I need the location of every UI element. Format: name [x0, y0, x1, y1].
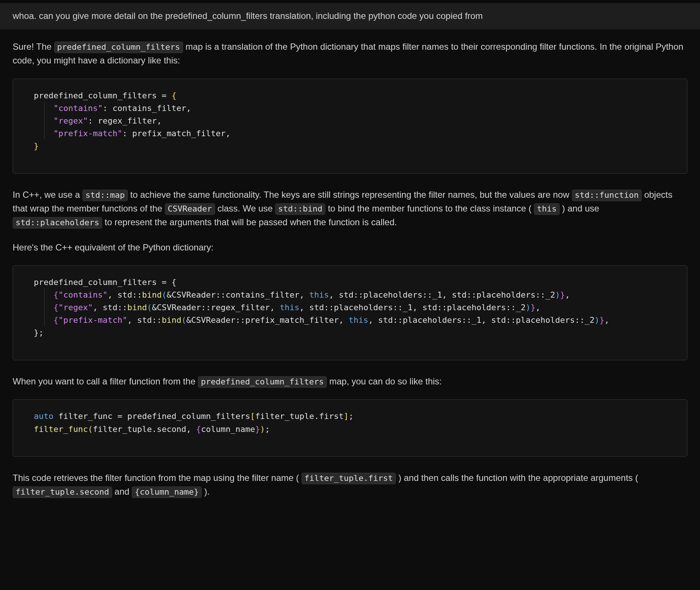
code-token: , std::: [127, 315, 162, 325]
code-token: [: [250, 412, 255, 421]
code-line: predefined_column_filters =: [34, 91, 172, 100]
code-token: filter_func = predefined_column_filters: [53, 412, 250, 421]
code-indent: [34, 290, 53, 299]
code-indent: [34, 315, 53, 325]
indent-guide: [44, 289, 45, 326]
text: to bind the member functions to the clas…: [325, 203, 534, 213]
text: map, you can do so like this:: [327, 376, 442, 386]
code-token: }: [255, 425, 260, 434]
code-token: , std::: [108, 290, 142, 299]
code-token: }: [531, 303, 535, 312]
code-line: predefined_column_filters = {: [34, 278, 176, 287]
code-token: ): [526, 303, 531, 312]
code-token: ): [555, 290, 560, 299]
inline-code: predefined_column_filters: [54, 42, 183, 53]
code-token: ,: [535, 303, 540, 312]
inline-code: filter_tuple.second: [13, 486, 112, 498]
code-string: "regex": [58, 303, 93, 312]
code-token: {: [53, 303, 58, 312]
paragraph-4: When you want to call a filter function …: [13, 374, 687, 388]
code-token: filter_tuple.second,: [93, 425, 196, 434]
inline-code: std::function: [572, 190, 642, 201]
code-token: &CSVReader::prefix_match_filter,: [186, 315, 349, 325]
inline-code: std::placeholders: [13, 217, 102, 229]
code-token: , std::: [93, 303, 127, 312]
inline-code: predefined_column_filters: [198, 376, 327, 388]
code-token: ): [260, 425, 265, 434]
code-indent: [34, 104, 53, 113]
inline-code: filter_tuple.first: [302, 473, 396, 484]
code-token: , std::placeholders::_1, std::placeholde…: [299, 303, 525, 312]
code-token: ,: [604, 315, 609, 325]
code-token: (: [181, 315, 186, 325]
user-message-text: whoa. can you give more detail on the pr…: [13, 11, 483, 21]
text: to achieve the same functionality. The k…: [128, 190, 572, 200]
inline-code: CSVReader: [165, 203, 215, 215]
text: to represent the arguments that will be …: [102, 217, 397, 227]
inline-code: {column_name}: [132, 486, 202, 498]
inline-code: std::map: [82, 190, 128, 201]
text: ).: [202, 486, 209, 496]
code-token: this: [309, 290, 329, 299]
code-token: ]: [344, 412, 348, 421]
code-token: this: [349, 315, 368, 325]
code-token: ;: [265, 425, 270, 434]
code-block-call[interactable]: auto filter_func = predefined_column_fil…: [13, 399, 687, 456]
text: Sure! The: [13, 42, 54, 52]
code-string: "contains": [58, 290, 107, 299]
code-token: : prefix_match_filter,: [122, 129, 230, 138]
code-string: "prefix-match": [53, 129, 122, 138]
code-token: &CSVReader::regex_filter,: [152, 303, 280, 312]
paragraph-2: In C++, we use a std::map to achieve the…: [13, 188, 687, 229]
code-token: ,: [565, 290, 570, 299]
user-message: whoa. can you give more detail on the pr…: [0, 3, 700, 29]
code-token: }: [34, 141, 39, 151]
code-token: {: [53, 315, 58, 325]
code-string: "regex": [53, 116, 88, 125]
code-token: , std::placeholders::_1, std::placeholde…: [329, 290, 555, 299]
code-token: ;: [349, 412, 354, 421]
code-token: this: [280, 303, 299, 312]
assistant-response: Sure! The predefined_column_filters map …: [0, 29, 700, 509]
code-token: : contains_filter,: [102, 104, 191, 113]
code-token: ): [595, 315, 599, 325]
code-token: : regex_filter,: [88, 116, 162, 125]
code-token: {: [172, 91, 176, 100]
code-token: (: [88, 425, 93, 434]
code-block-python[interactable]: predefined_column_filters = { "contains"…: [13, 79, 687, 174]
indent-guide: [44, 102, 45, 139]
text: This code retrieves the filter function …: [13, 473, 302, 483]
code-indent: [34, 129, 53, 138]
code-line: };: [34, 328, 44, 337]
code-token: }: [599, 315, 604, 325]
text: When you want to call a filter function …: [13, 376, 198, 386]
code-indent: [34, 303, 53, 312]
paragraph-5: This code retrieves the filter function …: [13, 471, 687, 498]
code-token: , std::placeholders::_1, std::placeholde…: [368, 315, 595, 325]
code-token: filter_func: [34, 425, 88, 434]
code-token: (: [162, 290, 166, 299]
code-token: bind: [162, 315, 181, 325]
code-token: {: [196, 425, 201, 434]
text: ) and then calls the function with the a…: [396, 473, 638, 483]
code-token: bind: [127, 303, 147, 312]
top-bar: [0, 0, 700, 3]
code-token: {: [53, 290, 58, 299]
text: class. We use: [215, 203, 275, 213]
text: In C++, we use a: [13, 190, 82, 200]
code-string: "contains": [53, 104, 102, 113]
code-keyword: auto: [34, 412, 53, 421]
code-indent: [34, 116, 53, 125]
code-token: column_name: [201, 425, 255, 434]
code-token: filter_tuple.first: [255, 412, 344, 421]
paragraph-1: Sure! The predefined_column_filters map …: [13, 40, 687, 67]
inline-code: std::bind: [275, 203, 325, 215]
code-block-cpp[interactable]: predefined_column_filters = { {"contains…: [13, 265, 687, 360]
code-token: }: [560, 290, 565, 299]
code-token: bind: [142, 290, 162, 299]
inline-code: this: [534, 203, 560, 215]
code-token: &CSVReader::contains_filter,: [167, 290, 309, 299]
text: ) and use: [560, 203, 599, 213]
paragraph-3: Here's the C++ equivalent of the Python …: [13, 240, 687, 254]
code-token: (: [147, 303, 152, 312]
